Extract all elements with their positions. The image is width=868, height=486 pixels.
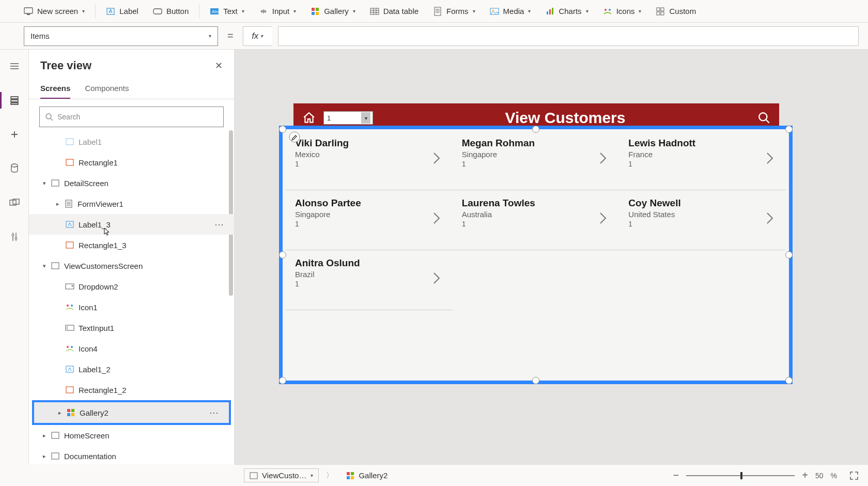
canvas[interactable]: 1 ▾ View Customers Viki DarlingMexico1Me…: [235, 50, 868, 464]
insert-input-button[interactable]: Input ▾: [253, 4, 302, 19]
gallery-item[interactable]: Anitra OslundBrazil1: [286, 250, 453, 310]
insert-button[interactable]: [5, 125, 24, 144]
insert-forms-button[interactable]: Forms ▾: [427, 4, 482, 19]
search-icon[interactable]: [757, 111, 771, 125]
tree-item-label1-2[interactable]: Label1_2: [29, 359, 234, 379]
tree-item-detailscreen[interactable]: ▾ DetailScreen: [29, 173, 234, 193]
fx-button[interactable]: fx ▾: [243, 26, 272, 46]
gallery-item[interactable]: Coy NewellUnited States1: [619, 190, 786, 250]
insert-button-button[interactable]: Button: [147, 4, 195, 19]
advanced-tools-button[interactable]: [5, 227, 24, 246]
gallery-item[interactable]: Lewis HadnottFrance1: [619, 130, 786, 190]
tree-item-icon1[interactable]: Icon1: [29, 297, 234, 317]
chevron-right-icon[interactable]: ▸: [56, 409, 64, 416]
chevron-right-icon[interactable]: [765, 151, 774, 165]
insert-datatable-button[interactable]: Data table: [364, 4, 425, 19]
tree-item-textinput1[interactable]: TextInput1: [29, 317, 234, 338]
resize-handle[interactable]: [785, 251, 793, 259]
tab-components[interactable]: Components: [85, 80, 129, 99]
resize-handle[interactable]: [785, 377, 793, 384]
insert-charts-label: Charts: [559, 7, 581, 16]
chevron-right-icon[interactable]: ▸: [40, 432, 49, 439]
media-button[interactable]: [5, 193, 24, 212]
resize-handle[interactable]: [532, 126, 539, 133]
chevron-right-icon[interactable]: ▸: [54, 201, 62, 207]
screen-icon: [51, 451, 60, 461]
close-icon[interactable]: ✕: [215, 60, 223, 71]
insert-gallery-button[interactable]: Gallery ▾: [304, 4, 362, 19]
tree-item-icon4[interactable]: Icon4: [29, 338, 234, 359]
hamburger-button[interactable]: [5, 57, 24, 75]
chevron-down-icon: ▾: [293, 8, 296, 14]
gallery-selection[interactable]: Viki DarlingMexico1Megan RohmanSingapore…: [279, 126, 793, 384]
fit-to-window-icon[interactable]: [849, 471, 859, 480]
insert-icons-button[interactable]: Icons ▾: [597, 4, 648, 19]
forms-icon: [433, 7, 442, 16]
svg-rect-7: [316, 8, 319, 11]
tree-item-formviewer1[interactable]: ▸ FormViewer1: [29, 193, 234, 214]
chevron-down-icon: ▾: [586, 8, 588, 14]
chevron-right-icon[interactable]: [598, 211, 608, 225]
insert-label-button[interactable]: Label: [100, 4, 145, 19]
gallery-icon: [346, 472, 354, 480]
gallery-item[interactable]: Alonso ParteeSingapore1: [286, 190, 453, 250]
resize-handle[interactable]: [279, 377, 286, 384]
tree-search-input[interactable]: Search: [39, 107, 224, 127]
data-button[interactable]: [5, 159, 24, 178]
zoom-in-button[interactable]: +: [802, 469, 808, 481]
dropdown-preview[interactable]: 1 ▾: [323, 111, 373, 125]
resize-handle[interactable]: [279, 126, 286, 133]
gallery-item[interactable]: Viki DarlingMexico1: [286, 130, 453, 190]
main-area: Tree view ✕ Screens Components Search La…: [0, 50, 868, 464]
tree-item-rectangle1-2[interactable]: Rectangle1_2: [29, 379, 234, 400]
tree-item-rectangle1-3[interactable]: Rectangle1_3: [29, 235, 234, 255]
zoom-slider[interactable]: [686, 475, 795, 476]
chevron-right-icon[interactable]: [432, 211, 441, 225]
gallery-item[interactable]: Laurena TowlesAustralia1: [453, 190, 619, 250]
template-edit-icon[interactable]: [289, 131, 300, 143]
svg-rect-35: [52, 263, 59, 269]
label-icon: [65, 364, 74, 374]
chevron-right-icon[interactable]: [765, 211, 774, 225]
zoom-thumb[interactable]: [740, 472, 742, 479]
tab-screens[interactable]: Screens: [40, 80, 70, 99]
tree-item-label1-3[interactable]: Label1_3 ⋯: [29, 214, 234, 235]
chevron-down-icon[interactable]: ▾: [40, 180, 49, 187]
chevron-right-icon[interactable]: [432, 271, 441, 285]
more-icon[interactable]: ⋯: [209, 407, 220, 418]
chevron-down-icon[interactable]: ▾: [40, 263, 49, 269]
breadcrumb-screen[interactable]: ViewCusto… ▾: [244, 468, 319, 482]
chevron-right-icon[interactable]: ▸: [40, 453, 49, 460]
insert-forms-label: Forms: [446, 7, 469, 16]
chevron-right-icon[interactable]: [598, 151, 608, 165]
insert-custom-button[interactable]: Custom: [649, 4, 702, 19]
gallery-item[interactable]: Megan RohmanSingapore1: [453, 130, 619, 190]
resize-handle[interactable]: [279, 251, 286, 259]
svg-rect-48: [52, 432, 59, 438]
tree-item-documentation[interactable]: ▸ Documentation: [29, 446, 234, 464]
home-icon[interactable]: [302, 111, 316, 125]
zoom-out-button[interactable]: −: [673, 469, 679, 481]
tree-view-button[interactable]: [5, 91, 24, 110]
new-screen-button[interactable]: New screen ▾: [18, 4, 91, 19]
chevron-right-icon[interactable]: [432, 151, 441, 165]
tree-item-viewcustomersscreen[interactable]: ▾ ViewCustomersScreen: [29, 255, 234, 276]
tree-item-rectangle1[interactable]: Rectangle1: [29, 152, 234, 173]
svg-rect-33: [66, 221, 73, 227]
tree-item-gallery2-selected[interactable]: ▸ Gallery2 ⋯: [32, 400, 231, 425]
form-icon: [64, 199, 73, 208]
insert-charts-button[interactable]: Charts ▾: [539, 4, 594, 19]
tree-item-dropdown2[interactable]: Dropdown2: [29, 276, 234, 297]
property-selector[interactable]: Items ▾: [24, 26, 218, 46]
more-icon[interactable]: ⋯: [214, 219, 225, 230]
tree-item-label1[interactable]: Label1: [29, 131, 234, 152]
resize-handle[interactable]: [532, 377, 539, 384]
insert-text-button[interactable]: Abc Text ▾: [204, 4, 251, 19]
rectangle-icon: [65, 240, 74, 250]
svg-rect-8: [312, 12, 315, 15]
resize-handle[interactable]: [785, 126, 793, 133]
tree-item-homescreen[interactable]: ▸ HomeScreen: [29, 425, 234, 446]
insert-media-button[interactable]: Media ▾: [484, 4, 537, 19]
formula-input[interactable]: [278, 26, 859, 46]
breadcrumb-item[interactable]: Gallery2: [340, 468, 393, 482]
